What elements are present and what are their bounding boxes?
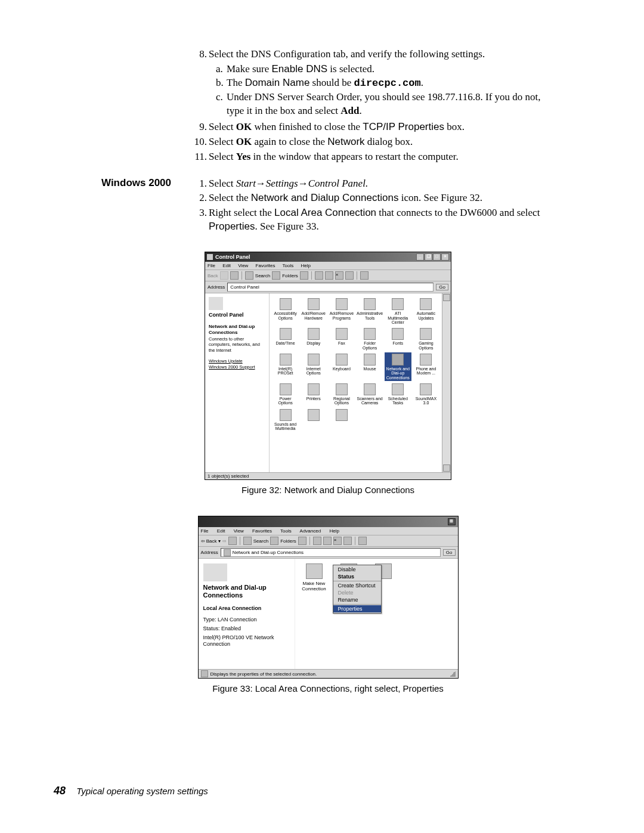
cp-item[interactable]: Phone and Modem ... [413, 352, 439, 381]
cp-item[interactable]: Scanners and Cameras [357, 382, 383, 407]
go-button[interactable]: Go [443, 549, 456, 556]
up-icon[interactable] [228, 537, 237, 545]
undo-icon[interactable] [343, 537, 352, 545]
link-windows-update[interactable]: Windows Update [209, 358, 265, 364]
cp-item[interactable]: Accessibility Options [272, 297, 299, 326]
cp-item-label: Internet Options [300, 367, 327, 376]
cp-item[interactable]: Add/Remove Programs [328, 297, 355, 326]
search-icon[interactable] [245, 271, 253, 280]
menu-tools[interactable]: Tools [280, 528, 292, 534]
copy-icon[interactable] [323, 537, 332, 545]
cp-item-label: Gaming Options [413, 341, 439, 350]
up-icon[interactable] [230, 271, 239, 280]
cp-item[interactable]: Gaming Options [413, 327, 439, 351]
cp-item[interactable]: Keyboard [328, 352, 355, 381]
folders-icon[interactable] [272, 271, 280, 280]
restore-icon[interactable]: ❐ [425, 253, 432, 261]
cp-item[interactable] [328, 408, 355, 432]
views-icon[interactable] [360, 271, 369, 280]
menu-tools[interactable]: Tools [283, 263, 294, 268]
ctx-status[interactable]: Status [333, 573, 381, 580]
go-button[interactable]: Go [436, 284, 448, 290]
cp-item[interactable]: Regional Options [328, 382, 355, 407]
resize-grip-icon[interactable] [450, 671, 456, 677]
menu-help[interactable]: Help [301, 263, 311, 268]
menu-favorites[interactable]: Favorites [256, 263, 275, 268]
cp-item[interactable]: Mouse [357, 352, 383, 381]
cp-item[interactable]: Network and Dial-up Connections [385, 352, 411, 381]
forward-icon[interactable] [220, 271, 228, 280]
search-icon[interactable] [243, 537, 252, 545]
ctx-disable[interactable]: Disable [333, 566, 381, 573]
side-info-status: Status: Enabled [203, 625, 290, 633]
cp-item[interactable]: Administrative Tools [357, 297, 383, 326]
cp-item-label: Add/Remove Hardware [300, 311, 327, 320]
minimize-icon[interactable]: _ [416, 253, 424, 261]
cp-item[interactable]: Display [300, 327, 327, 351]
cp-item[interactable]: Folder Options [357, 327, 383, 351]
back-button[interactable]: ⇦ Back ▾ [201, 538, 221, 544]
cp-item[interactable]: Automatic Updates [413, 297, 439, 326]
folders-icon[interactable] [270, 537, 278, 545]
ctx-delete: Delete [333, 589, 381, 596]
menubar: File Edit View Favorites Tools Help [205, 262, 451, 270]
step-b3: 3. Right select the Local Area Connectio… [209, 206, 555, 234]
move-icon[interactable] [315, 271, 323, 280]
cp-item-icon [364, 354, 376, 366]
history-icon[interactable] [300, 271, 308, 280]
win-logo-icon: ⊞ [448, 518, 456, 525]
menu-view[interactable]: View [234, 528, 244, 534]
step-list-b: 1. Select Start→Settings→Control Panel. … [209, 177, 555, 234]
status-bar: 1 object(s) selected [205, 472, 451, 479]
cp-item[interactable]: Fonts [385, 327, 411, 351]
cp-item[interactable]: Power Options [272, 382, 299, 407]
address-input[interactable]: Network and Dial-up Connections [221, 548, 441, 557]
cp-item[interactable]: Date/Time [272, 327, 299, 351]
menu-advanced[interactable]: Advanced [300, 528, 321, 534]
delete-icon[interactable]: × [335, 271, 343, 280]
step-num: 8. [189, 48, 207, 61]
history-icon[interactable] [298, 537, 306, 545]
address-bar: Address Network and Dial-up Connections … [199, 547, 458, 559]
cp-item[interactable]: Add/Remove Hardware [300, 297, 327, 326]
menu-view[interactable]: View [238, 263, 248, 268]
menu-file[interactable]: File [201, 528, 209, 534]
cp-item[interactable]: Fax [328, 327, 355, 351]
back-button[interactable]: Back [208, 273, 218, 278]
window-buttons: _ ❐ □ × [416, 253, 449, 261]
views-icon[interactable] [358, 537, 367, 545]
item-make-new[interactable]: Make New Connection [300, 563, 329, 592]
scrollbar[interactable] [442, 293, 451, 472]
close-icon[interactable]: × [441, 253, 449, 261]
forward-icon[interactable]: ⇨ [222, 538, 227, 544]
menu-edit[interactable]: Edit [217, 528, 225, 534]
step-11: 11. Select Yes in the window that appear… [209, 150, 555, 164]
cp-item-label: Regional Options [328, 397, 355, 405]
cp-item[interactable] [300, 408, 327, 432]
menu-help[interactable]: Help [329, 528, 339, 534]
menu-favorites[interactable]: Favorites [252, 528, 272, 534]
move-icon[interactable] [313, 537, 321, 545]
ctx-properties[interactable]: Properties [333, 605, 381, 612]
ctx-rename[interactable]: Rename [333, 596, 381, 603]
cp-item[interactable]: Intel(R) PROSet [272, 352, 299, 381]
copy-icon[interactable] [325, 271, 333, 280]
address-label: Address [208, 284, 225, 290]
delete-icon[interactable]: × [333, 537, 342, 545]
cp-item-label: Administrative Tools [357, 311, 383, 320]
menu-edit[interactable]: Edit [222, 263, 231, 268]
cp-item[interactable]: ATI Multimedia Center [385, 297, 411, 326]
address-input[interactable]: Control Panel [227, 283, 434, 292]
cp-item[interactable]: Internet Options [300, 352, 327, 381]
step-9: 9. Select OK when finished to close the … [209, 120, 555, 134]
maximize-icon[interactable]: □ [433, 253, 441, 261]
cp-item[interactable]: Printers [300, 382, 327, 407]
undo-icon[interactable] [345, 271, 354, 280]
cp-item[interactable]: Scheduled Tasks [385, 382, 411, 407]
ctx-shortcut[interactable]: Create Shortcut [333, 582, 381, 589]
menu-file[interactable]: File [208, 263, 215, 268]
link-support[interactable]: Windows 2000 Support [209, 364, 265, 370]
cp-item-icon [336, 409, 348, 421]
cp-item[interactable]: Sounds and Multimedia [272, 408, 299, 432]
cp-item[interactable]: SoundMAX 3.0 [413, 382, 439, 407]
